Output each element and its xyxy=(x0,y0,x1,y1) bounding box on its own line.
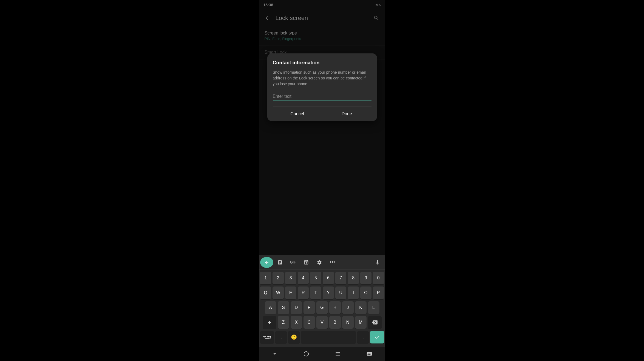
cancel-button[interactable]: Cancel xyxy=(273,107,322,121)
dialog-body: Show information such as your phone numb… xyxy=(273,70,371,87)
qwerty-row: Q W E R T Y U I O P xyxy=(260,286,384,299)
period-key[interactable]: . xyxy=(357,331,369,343)
key-q[interactable]: Q xyxy=(260,286,271,299)
key-g[interactable]: G xyxy=(316,301,328,314)
bottom-row: ?123 , 🙂 . xyxy=(260,331,384,343)
key-5[interactable]: 5 xyxy=(310,272,321,284)
clipboard2-button[interactable] xyxy=(300,257,313,268)
mic-button[interactable] xyxy=(371,257,384,268)
key-3[interactable]: 3 xyxy=(285,272,296,284)
key-9[interactable]: 9 xyxy=(360,272,371,284)
key-4[interactable]: 4 xyxy=(298,272,309,284)
enter-key[interactable] xyxy=(370,331,384,343)
more-button[interactable]: ••• xyxy=(326,257,339,268)
keyboard-rows: 1 2 3 4 5 6 7 8 9 0 Q W E R T Y U I xyxy=(259,270,385,347)
nav-bar xyxy=(259,347,385,361)
key-k[interactable]: K xyxy=(355,301,367,314)
contact-info-dialog: Contact information Show information suc… xyxy=(267,53,377,121)
key-u[interactable]: U xyxy=(335,286,347,299)
key-6[interactable]: 6 xyxy=(323,272,334,284)
key-1[interactable]: 1 xyxy=(260,272,271,284)
key-x[interactable]: X xyxy=(291,316,302,329)
key-2[interactable]: 2 xyxy=(273,272,284,284)
contact-info-input[interactable] xyxy=(273,92,371,101)
key-z[interactable]: Z xyxy=(278,316,289,329)
gif-label: GIF xyxy=(290,260,296,264)
keyboard: GIF ••• 1 2 3 4 5 6 xyxy=(259,255,385,347)
key-c[interactable]: C xyxy=(303,316,315,329)
keyboard-back-button[interactable] xyxy=(260,257,273,268)
dialog-actions: Cancel Done xyxy=(273,107,371,121)
key-o[interactable]: O xyxy=(360,286,371,299)
key-b[interactable]: B xyxy=(329,316,341,329)
key-l[interactable]: L xyxy=(368,301,379,314)
key-i[interactable]: I xyxy=(348,286,359,299)
settings-button[interactable] xyxy=(313,257,326,268)
backspace-key[interactable] xyxy=(368,316,382,329)
phone-container: 15:38 89% Lock screen Screen lock type P… xyxy=(259,0,385,361)
shift-key[interactable] xyxy=(263,316,276,329)
more-label: ••• xyxy=(330,259,335,265)
svg-point-0 xyxy=(304,352,309,356)
nav-recent-button[interactable] xyxy=(331,349,344,359)
keyboard-toolbar: GIF ••• xyxy=(259,255,385,270)
emoji-key[interactable]: 🙂 xyxy=(288,331,300,343)
svg-rect-2 xyxy=(336,354,340,354)
key-y[interactable]: Y xyxy=(323,286,334,299)
svg-rect-1 xyxy=(336,352,340,353)
key-0[interactable]: 0 xyxy=(373,272,384,284)
key-j[interactable]: J xyxy=(342,301,354,314)
zxcv-row: Z X C V B N M xyxy=(260,316,384,329)
nav-down-button[interactable] xyxy=(268,349,281,359)
key-t[interactable]: T xyxy=(310,286,321,299)
number-row: 1 2 3 4 5 6 7 8 9 0 xyxy=(260,272,384,284)
key-h[interactable]: H xyxy=(329,301,341,314)
dialog-title: Contact information xyxy=(273,60,371,66)
nav-keyboard-button[interactable] xyxy=(363,349,376,359)
asdf-row: A S D F G H J K L xyxy=(260,301,384,314)
key-v[interactable]: V xyxy=(316,316,328,329)
key-e[interactable]: E xyxy=(285,286,296,299)
key-r[interactable]: R xyxy=(298,286,309,299)
key-m[interactable]: M xyxy=(355,316,367,329)
key-a[interactable]: A xyxy=(265,301,276,314)
key-n[interactable]: N xyxy=(342,316,354,329)
key-7[interactable]: 7 xyxy=(335,272,347,284)
clipboard-icon-button[interactable] xyxy=(273,257,286,268)
comma-key[interactable]: , xyxy=(275,331,287,343)
key-f[interactable]: F xyxy=(303,301,315,314)
key-s[interactable]: S xyxy=(278,301,289,314)
nav-home-button[interactable] xyxy=(300,349,313,359)
key-d[interactable]: D xyxy=(291,301,302,314)
key-8[interactable]: 8 xyxy=(348,272,359,284)
key-p[interactable]: P xyxy=(373,286,384,299)
num-switch-key[interactable]: ?123 xyxy=(260,331,274,343)
gif-button[interactable]: GIF xyxy=(286,257,300,268)
space-key[interactable] xyxy=(301,331,356,343)
done-button[interactable]: Done xyxy=(322,107,371,121)
svg-rect-3 xyxy=(336,355,340,356)
key-w[interactable]: W xyxy=(273,286,284,299)
